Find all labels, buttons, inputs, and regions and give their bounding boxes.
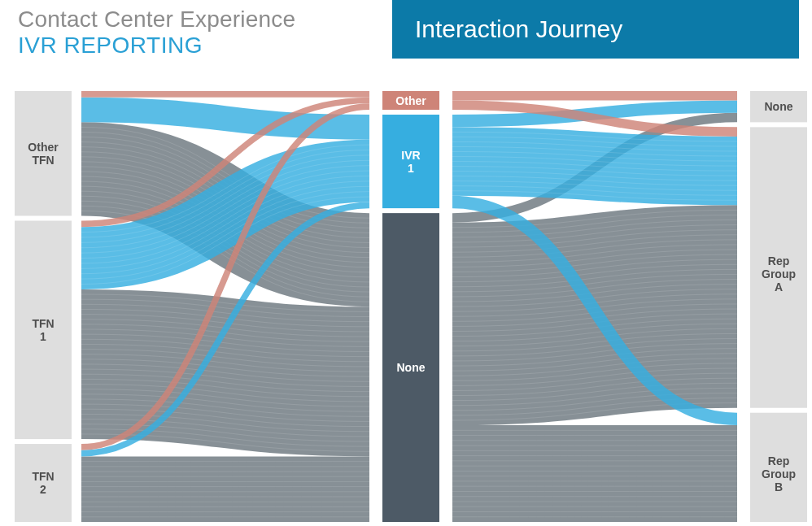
- sankey-node-label: None: [397, 361, 426, 374]
- sankey-node-label: None: [765, 100, 793, 113]
- sankey-node-label: OtherTFN: [28, 141, 59, 167]
- report-page: Contact Center Experience IVR REPORTING …: [0, 0, 812, 526]
- section-banner: Interaction Journey: [392, 0, 799, 59]
- sankey-chart: OtherTFNTFN1TFN2OtherIVR1NoneNoneRepGrou…: [0, 88, 812, 526]
- sankey-node-label: Other: [395, 94, 426, 107]
- section-banner-label: Interaction Journey: [415, 15, 622, 43]
- report-supertitle: Contact Center Experience: [18, 7, 295, 33]
- report-header: Contact Center Experience IVR REPORTING: [18, 7, 295, 59]
- report-subtitle: IVR REPORTING: [18, 33, 295, 59]
